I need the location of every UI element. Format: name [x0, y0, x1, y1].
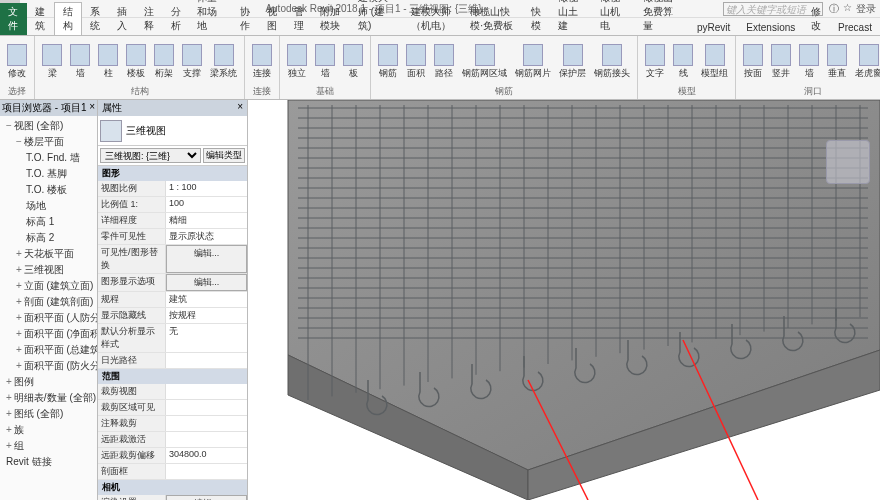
ribbon-button[interactable]: 楼板	[123, 43, 149, 81]
tree-node[interactable]: +面积平面 (人防分区面积)	[2, 310, 95, 326]
ribbon-tab[interactable]: 建模大师 (建筑)	[350, 0, 403, 35]
project-browser-tree[interactable]: −视图 (全部)−楼层平面T.O. Fnd. 墙T.O. 基脚T.O. 楼板场地…	[0, 116, 97, 500]
ribbon-tab[interactable]: 修改	[803, 3, 830, 35]
tree-node[interactable]: −视图 (全部)	[2, 118, 95, 134]
property-edit-button[interactable]: 编辑...	[166, 245, 247, 273]
ribbon-tab[interactable]: 体量和场地	[189, 0, 232, 35]
ribbon-tab[interactable]: 建模大师（机电）	[403, 3, 462, 35]
tree-node[interactable]: +图例	[2, 374, 95, 390]
login-link[interactable]: 登录	[856, 2, 876, 16]
ribbon-button[interactable]: 竖井	[768, 43, 794, 81]
ribbon-button[interactable]: 独立	[284, 43, 310, 81]
ribbon-button[interactable]: 按面	[740, 43, 766, 81]
viewport-3d[interactable]	[248, 100, 880, 500]
property-section-header[interactable]: 范围	[98, 369, 247, 384]
ribbon-tab[interactable]: 橄榄山机电	[592, 0, 635, 35]
expand-icon[interactable]: +	[6, 408, 12, 419]
property-edit-button[interactable]: 编辑...	[166, 274, 247, 291]
ribbon-button[interactable]: 钢筋	[375, 43, 401, 81]
properties-grid[interactable]: 图形视图比例1 : 100比例值 1:100详细程度精细零件可见性显示原状态可见…	[98, 166, 247, 500]
expand-icon[interactable]: +	[6, 392, 12, 403]
property-value[interactable]: 无	[166, 324, 247, 352]
expand-icon[interactable]: +	[16, 344, 22, 355]
tree-node[interactable]: T.O. 基脚	[2, 166, 95, 182]
expand-icon[interactable]: +	[16, 296, 22, 307]
property-value[interactable]: 304800.0	[166, 448, 247, 463]
type-selector[interactable]: 三维视图: {三维}	[100, 148, 201, 163]
ribbon-button[interactable]: 文字	[642, 43, 668, 81]
ribbon-tab[interactable]: 建筑	[27, 3, 54, 35]
expand-icon[interactable]: +	[16, 312, 22, 323]
tree-node[interactable]: Revit 链接	[2, 454, 95, 470]
ribbon-button[interactable]: 墙	[312, 43, 338, 81]
expand-icon[interactable]: −	[6, 120, 12, 131]
tree-node[interactable]: 标高 2	[2, 230, 95, 246]
properties-header[interactable]: 属性 ×	[98, 100, 247, 116]
ribbon-tab[interactable]: 管理	[286, 3, 313, 35]
ribbon-tab[interactable]: 橄榄山快模·免费板	[462, 3, 523, 35]
property-value[interactable]	[166, 353, 247, 368]
property-value[interactable]	[166, 400, 247, 415]
ribbon-tab[interactable]: 视图	[259, 3, 286, 35]
ribbon-tab[interactable]: 协作	[232, 3, 259, 35]
property-edit-button[interactable]: 编辑...	[166, 495, 247, 500]
expand-icon[interactable]: +	[6, 424, 12, 435]
ribbon-tab[interactable]: 插入	[109, 3, 136, 35]
ribbon-tab[interactable]: Extensions	[738, 20, 803, 35]
property-value[interactable]: 按规程	[166, 308, 247, 323]
tree-node[interactable]: +图纸 (全部)	[2, 406, 95, 422]
tree-node[interactable]: +天花板平面	[2, 246, 95, 262]
property-value[interactable]: 精细	[166, 213, 247, 228]
view-cube[interactable]	[826, 140, 870, 184]
ribbon-tab[interactable]: 橄榄山土建	[550, 0, 593, 35]
tree-node[interactable]: +组	[2, 438, 95, 454]
expand-icon[interactable]: +	[16, 328, 22, 339]
tree-node[interactable]: +面积平面 (净面积)	[2, 326, 95, 342]
ribbon-button[interactable]: 修改	[4, 43, 30, 81]
expand-icon[interactable]: +	[16, 360, 22, 371]
ribbon-button[interactable]: 垂直	[824, 43, 850, 81]
ribbon-button[interactable]: 线	[670, 43, 696, 81]
tree-node[interactable]: −楼层平面	[2, 134, 95, 150]
ribbon-tab[interactable]: 系统	[82, 3, 109, 35]
ribbon-tab[interactable]: 分析	[163, 3, 190, 35]
tree-node[interactable]: +剖面 (建筑剖面)	[2, 294, 95, 310]
ribbon-tab[interactable]: 结构	[54, 2, 83, 35]
ribbon-button[interactable]: 老虎窗	[852, 43, 880, 81]
ribbon-button[interactable]: 柱	[95, 43, 121, 81]
property-section-header[interactable]: 图形	[98, 166, 247, 181]
ribbon-button[interactable]: 钢筋网区域	[459, 43, 510, 81]
property-value[interactable]	[166, 416, 247, 431]
ribbon-button[interactable]: 模型组	[698, 43, 731, 81]
expand-icon[interactable]: +	[6, 440, 12, 451]
project-browser-header[interactable]: 项目浏览器 - 项目1 ×	[0, 100, 97, 116]
ribbon-button[interactable]: 钢筋接头	[591, 43, 633, 81]
expand-icon[interactable]: +	[16, 248, 22, 259]
edit-type-button[interactable]: 编辑类型	[203, 148, 245, 163]
property-section-header[interactable]: 相机	[98, 480, 247, 495]
info-icon[interactable]: ⓘ	[829, 2, 839, 16]
tree-node[interactable]: +族	[2, 422, 95, 438]
ribbon-tab[interactable]: 快模	[523, 3, 550, 35]
tree-node[interactable]: +立面 (建筑立面)	[2, 278, 95, 294]
ribbon-button[interactable]: 钢筋网片	[512, 43, 554, 81]
property-value[interactable]: 建筑	[166, 292, 247, 307]
expand-icon[interactable]: +	[16, 264, 22, 275]
ribbon-button[interactable]: 路径	[431, 43, 457, 81]
close-icon[interactable]: ×	[237, 101, 243, 115]
ribbon-tab[interactable]: 文件	[0, 3, 27, 35]
tree-node[interactable]: 场地	[2, 198, 95, 214]
tree-node[interactable]: T.O. Fnd. 墙	[2, 150, 95, 166]
tree-node[interactable]: +面积平面 (防火分区面积)	[2, 358, 95, 374]
model-canvas[interactable]	[248, 100, 880, 500]
ribbon-tab[interactable]: 注释	[136, 3, 163, 35]
ribbon-button[interactable]: 板	[340, 43, 366, 81]
expand-icon[interactable]: −	[16, 136, 22, 147]
property-value[interactable]	[166, 432, 247, 447]
ribbon-button[interactable]: 支撑	[179, 43, 205, 81]
property-value[interactable]: 显示原状态	[166, 229, 247, 244]
property-value[interactable]: 1 : 100	[166, 181, 247, 196]
property-value[interactable]: 100	[166, 197, 247, 212]
property-value[interactable]	[166, 384, 247, 399]
expand-icon[interactable]: +	[6, 376, 12, 387]
